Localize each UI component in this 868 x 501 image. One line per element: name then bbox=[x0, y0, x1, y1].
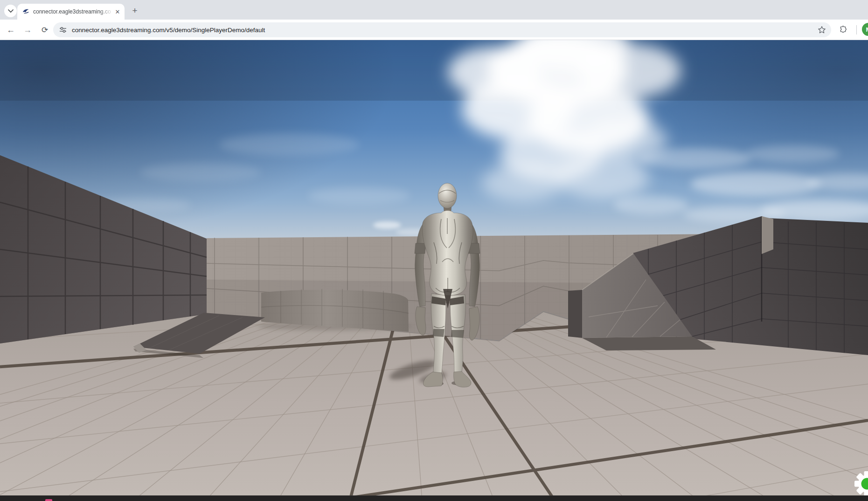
tab-title: connector.eagle3dstreaming.co bbox=[33, 8, 113, 15]
stream-viewport[interactable] bbox=[0, 40, 868, 495]
forward-button[interactable]: → bbox=[21, 23, 35, 37]
browser-window: connector.eagle3dstreaming.co ✕ + ← → ⟳ bbox=[0, 0, 868, 501]
tab-strip: connector.eagle3dstreaming.co ✕ + bbox=[0, 0, 868, 20]
status-bar bbox=[0, 495, 868, 501]
address-bar[interactable]: connector.eagle3dstreaming.com/v5/demo/S… bbox=[53, 22, 831, 37]
profile-avatar[interactable]: M bbox=[862, 23, 868, 36]
chevron-down-icon bbox=[8, 9, 14, 13]
bookmark-star-icon[interactable] bbox=[818, 26, 826, 34]
extensions-button[interactable] bbox=[836, 23, 850, 37]
new-tab-button[interactable]: + bbox=[129, 5, 141, 17]
scene-canvas[interactable] bbox=[0, 40, 868, 495]
browser-toolbar: ← → ⟳ connector.eagle3dstreaming.com/v5/… bbox=[0, 20, 868, 40]
reload-button[interactable]: ⟳ bbox=[38, 23, 52, 37]
url-text: connector.eagle3dstreaming.com/v5/demo/S… bbox=[72, 27, 265, 34]
eagle-favicon-icon bbox=[22, 8, 30, 15]
profile-initial: M bbox=[866, 26, 868, 33]
tab-search-button[interactable] bbox=[4, 5, 17, 17]
stream-settings-button[interactable] bbox=[854, 471, 868, 498]
tune-icon bbox=[59, 26, 67, 34]
back-button[interactable]: ← bbox=[4, 23, 18, 37]
active-tab[interactable]: connector.eagle3dstreaming.co ✕ bbox=[17, 4, 125, 20]
toolbar-divider bbox=[856, 25, 857, 34]
site-info-icon[interactable] bbox=[59, 26, 68, 34]
gear-icon bbox=[854, 471, 868, 498]
cylinder-prop bbox=[258, 289, 412, 332]
status-indicator bbox=[45, 499, 52, 501]
tab-close-button[interactable]: ✕ bbox=[113, 7, 122, 16]
puzzle-icon bbox=[839, 26, 847, 34]
